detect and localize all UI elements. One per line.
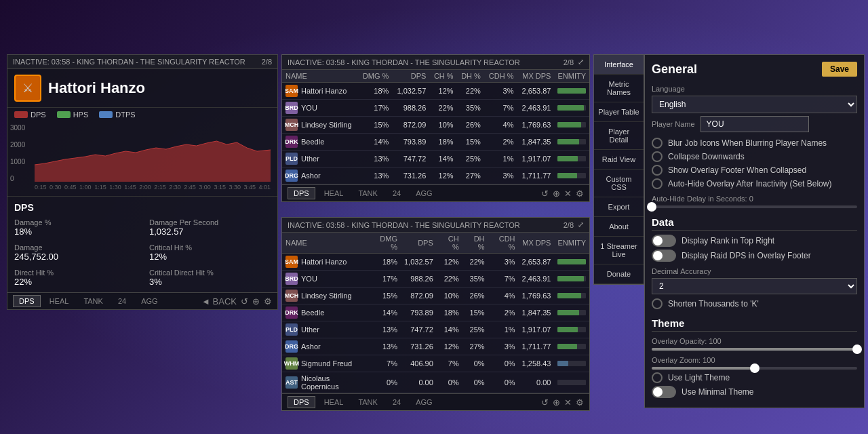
sidebar-item-player-table[interactable]: Player Table <box>594 102 644 122</box>
toggle-display-rank[interactable] <box>652 235 676 247</box>
cell-ch: 12% <box>437 254 462 271</box>
cell-mxdps: 1,711.77 <box>517 167 554 184</box>
toggle-display-raid-dps[interactable] <box>652 250 676 262</box>
table-row[interactable]: SAM Hattori Hanzo 18% 1,032.57 12% 22% 3… <box>282 83 589 100</box>
overlay-bottom-tab-heal[interactable]: HEAL <box>318 396 350 408</box>
save-button[interactable]: Save <box>822 62 857 77</box>
stats-grid: Damage % 18% Damage Per Second 1,032.57 … <box>14 218 271 287</box>
cell-name: AST Nicolaus Copernicus <box>282 372 369 393</box>
tab-agg[interactable]: AGG <box>135 295 163 307</box>
left-panel-header: INACTIVE: 03:58 - KING THORDAN - THE SIN… <box>7 55 277 69</box>
table-row[interactable]: DRK Beedle 14% 793.89 18% 15% 2% 1,847.3… <box>282 134 589 151</box>
table-row[interactable]: DRK Beedle 14% 793.89 18% 15% 2% 1,847.3… <box>282 304 589 321</box>
overlay-top-tab-agg[interactable]: AGG <box>410 187 438 199</box>
overlay-bottom-tab-dps[interactable]: DPS <box>288 396 315 408</box>
language-select[interactable]: English <box>652 96 857 113</box>
settings-icon-top[interactable]: ⚙ <box>576 189 584 199</box>
overlay-top-tab-dps[interactable]: DPS <box>288 187 315 199</box>
left-panel: INACTIVE: 03:58 - KING THORDAN - THE SIN… <box>7 54 278 310</box>
lock-icon-top[interactable]: ✕ <box>564 189 572 199</box>
overlay-bottom-tab-tank[interactable]: TANK <box>352 396 384 408</box>
stat-directhit-val: 22% <box>14 277 136 287</box>
checkbox-collapse[interactable] <box>652 151 663 162</box>
overlay-top-tab-heal[interactable]: HEAL <box>318 187 350 199</box>
stat-crit-direct-hit-label: Critical Direct Hit % <box>149 269 271 277</box>
cell-dh: 15% <box>457 134 484 151</box>
checkbox-footer[interactable] <box>652 165 663 176</box>
sidebar-item-streamer-live[interactable]: 1 Streamer Live <box>594 237 644 264</box>
overlay-top-tab-24[interactable]: 24 <box>387 187 407 199</box>
sidebar-item-custom-css[interactable]: Custom CSS <box>594 170 644 197</box>
decimal-label: Decimal Accuracy <box>652 267 857 275</box>
sidebar-item-player-detail[interactable]: Player Detail <box>594 122 644 150</box>
checkbox-shorten[interactable] <box>652 298 663 309</box>
checkbox-blur-job-icons[interactable] <box>652 138 663 149</box>
reset-icon-bottom[interactable]: ↺ <box>541 397 549 408</box>
tab-heal[interactable]: HEAL <box>43 295 75 307</box>
player-name-input[interactable] <box>701 116 809 132</box>
table-row[interactable]: SAM Hattori Hanzo 18% 1,032.57 12% 22% 3… <box>282 254 589 271</box>
sidebar-item-raid-view[interactable]: Raid View <box>594 150 644 170</box>
option-collapse-label: Collapse Downwards <box>668 152 745 161</box>
table-row[interactable]: DRG Ashor 13% 731.26 12% 27% 3% 1,711.77 <box>282 167 589 184</box>
back-button[interactable]: ◄ BACK <box>201 296 237 307</box>
expand-icon-top[interactable]: ⤢ <box>578 58 584 66</box>
table-row[interactable]: BRD YOU 17% 988.26 22% 35% 7% 2,463.91 <box>282 271 589 288</box>
expand-icon-bottom[interactable]: ⤢ <box>578 220 584 229</box>
table-row[interactable]: PLD Uther 13% 747.72 14% 25% 1% 1,917.07 <box>282 151 589 167</box>
toggle-minimal-theme[interactable] <box>652 386 676 398</box>
cell-dps: 406.90 <box>401 355 437 372</box>
lock-icon-bottom[interactable]: ✕ <box>564 397 572 408</box>
checkbox-light-theme[interactable] <box>652 372 663 383</box>
reset-icon-top[interactable]: ↺ <box>541 189 549 199</box>
settings-icon-left[interactable]: ⚙ <box>264 296 272 307</box>
cell-enmity <box>554 117 589 134</box>
table-row[interactable]: WHM Sigmund Freud 7% 406.90 7% 0% 0% 1,2… <box>282 355 589 372</box>
sidebar-item-metric-names[interactable]: Metric Names <box>594 75 644 102</box>
cell-mxdps: 0.00 <box>519 372 555 393</box>
sidebar-item-interface[interactable]: Interface <box>594 55 644 75</box>
cell-ch: 7% <box>437 355 462 372</box>
cell-ch: 12% <box>437 338 462 355</box>
legend-hps-dot <box>57 111 71 118</box>
autohide-slider[interactable] <box>652 205 857 208</box>
crosshair-icon-bottom[interactable]: ⊕ <box>553 397 560 408</box>
table-row[interactable]: BRD YOU 17% 988.26 22% 35% 7% 2,463.91 <box>282 100 589 117</box>
crosshair-icon-top[interactable]: ⊕ <box>553 189 560 199</box>
sidebar-item-about[interactable]: About <box>594 217 644 237</box>
table-row[interactable]: DRG Ashor 13% 731.26 12% 27% 3% 1,711.77 <box>282 338 589 355</box>
player-header: ⚔ Hattori Hanzo <box>7 69 277 108</box>
tab-dps[interactable]: DPS <box>13 295 41 307</box>
settings-icon-bottom[interactable]: ⚙ <box>576 397 584 408</box>
overlay-top-tab-tank[interactable]: TANK <box>352 187 384 199</box>
cell-ch: 14% <box>429 151 456 167</box>
checkbox-autohide[interactable] <box>652 178 663 189</box>
zoom-slider[interactable] <box>652 367 857 370</box>
table-row[interactable]: MCH Lindsey Stirling 15% 872.09 10% 26% … <box>282 288 589 304</box>
cell-name: DRK Beedle <box>282 134 358 151</box>
tab-tank[interactable]: TANK <box>77 295 109 307</box>
table-row[interactable]: MCH Lindsey Stirling 15% 872.09 10% 26% … <box>282 117 589 134</box>
col-name-b: NAME <box>282 233 369 254</box>
reset-icon[interactable]: ↺ <box>241 296 248 307</box>
decimal-select[interactable]: 2 0 1 3 <box>652 278 857 294</box>
player-name-cell: Hattori Hanzo <box>301 87 347 95</box>
sidebar-item-export[interactable]: Export <box>594 197 644 217</box>
cell-mxdps: 2,463.91 <box>517 100 554 117</box>
crosshair-icon[interactable]: ⊕ <box>252 296 260 307</box>
table-row[interactable]: PLD Uther 13% 747.72 14% 25% 1% 1,917.07 <box>282 321 589 338</box>
cell-dh: 27% <box>457 167 484 184</box>
overlay-bottom-tab-agg[interactable]: AGG <box>410 396 438 408</box>
tab-24[interactable]: 24 <box>112 295 132 307</box>
overlay-bottom-tab-24[interactable]: 24 <box>387 396 407 408</box>
option-light-theme-label: Use Light Theme <box>668 373 730 382</box>
enmity-bar-fill <box>557 139 578 144</box>
language-label: Language <box>652 85 857 93</box>
sidebar-item-donate[interactable]: Donate <box>594 264 644 284</box>
option-autohide: Auto-Hide Overlay After Inactivity (Set … <box>652 178 857 189</box>
enmity-bar-bg <box>557 310 586 315</box>
table-row[interactable]: AST Nicolaus Copernicus 0% 0.00 0% 0% 0%… <box>282 372 589 393</box>
cell-dmg-pct: 14% <box>369 304 401 321</box>
stats-title: DPS <box>14 202 271 213</box>
opacity-slider[interactable] <box>652 348 857 351</box>
